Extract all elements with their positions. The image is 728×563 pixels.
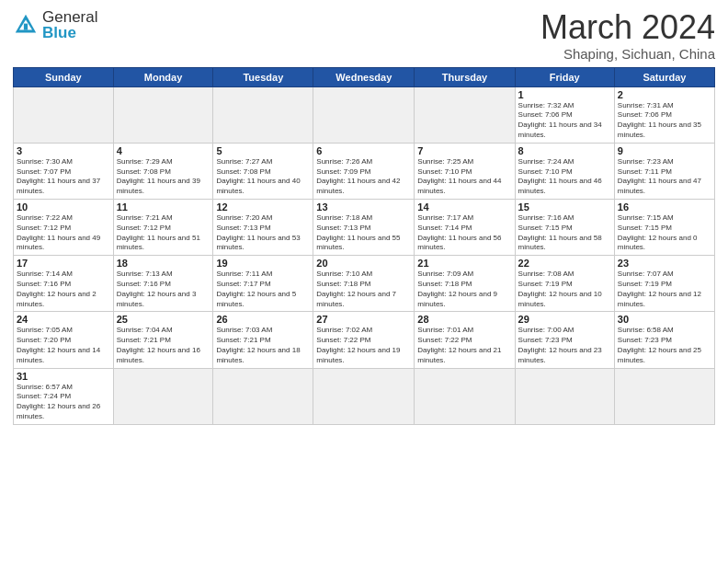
table-row: 27Sunrise: 7:02 AM Sunset: 7:22 PM Dayli… — [313, 312, 415, 368]
table-row — [213, 368, 313, 424]
table-row — [614, 368, 714, 424]
logo: General Blue — [13, 9, 97, 40]
table-row: 14Sunrise: 7:17 AM Sunset: 7:14 PM Dayli… — [415, 199, 515, 255]
col-friday: Friday — [515, 67, 614, 86]
table-row — [515, 368, 614, 424]
table-row: 10Sunrise: 7:22 AM Sunset: 7:12 PM Dayli… — [14, 199, 114, 255]
logo-text: General Blue — [42, 9, 97, 40]
col-sunday: Sunday — [14, 67, 114, 86]
table-row: 23Sunrise: 7:07 AM Sunset: 7:19 PM Dayli… — [614, 256, 714, 312]
table-row: 26Sunrise: 7:03 AM Sunset: 7:21 PM Dayli… — [213, 312, 313, 368]
header: General Blue March 2024 Shaping, Sichuan… — [13, 9, 715, 62]
table-row: 30Sunrise: 6:58 AM Sunset: 7:23 PM Dayli… — [614, 312, 714, 368]
logo-icon — [13, 12, 39, 38]
col-monday: Monday — [113, 67, 213, 86]
calendar-header-row: Sunday Monday Tuesday Wednesday Thursday… — [14, 67, 715, 86]
table-row: 6Sunrise: 7:26 AM Sunset: 7:09 PM Daylig… — [313, 143, 415, 199]
table-row: 29Sunrise: 7:00 AM Sunset: 7:23 PM Dayli… — [515, 312, 614, 368]
title-location: Shaping, Sichuan, China — [540, 46, 715, 62]
col-thursday: Thursday — [415, 67, 515, 86]
table-row: 3Sunrise: 7:30 AM Sunset: 7:07 PM Daylig… — [14, 143, 114, 199]
table-row: 25Sunrise: 7:04 AM Sunset: 7:21 PM Dayli… — [113, 312, 213, 368]
table-row: 22Sunrise: 7:08 AM Sunset: 7:19 PM Dayli… — [515, 256, 614, 312]
table-row: 5Sunrise: 7:27 AM Sunset: 7:08 PM Daylig… — [213, 143, 313, 199]
table-row — [313, 368, 415, 424]
table-row: 4Sunrise: 7:29 AM Sunset: 7:08 PM Daylig… — [113, 143, 213, 199]
col-wednesday: Wednesday — [313, 67, 415, 86]
table-row: 12Sunrise: 7:20 AM Sunset: 7:13 PM Dayli… — [213, 199, 313, 255]
col-tuesday: Tuesday — [213, 67, 313, 86]
svg-rect-2 — [24, 24, 28, 30]
table-row: 31Sunrise: 6:57 AM Sunset: 7:24 PM Dayli… — [14, 368, 114, 424]
table-row: 1Sunrise: 7:32 AM Sunset: 7:06 PM Daylig… — [515, 86, 614, 143]
title-block: March 2024 Shaping, Sichuan, China — [540, 9, 715, 62]
table-row: 28Sunrise: 7:01 AM Sunset: 7:22 PM Dayli… — [415, 312, 515, 368]
table-row: 24Sunrise: 7:05 AM Sunset: 7:20 PM Dayli… — [14, 312, 114, 368]
table-row — [113, 368, 213, 424]
calendar-table: Sunday Monday Tuesday Wednesday Thursday… — [13, 67, 715, 425]
col-saturday: Saturday — [614, 67, 714, 86]
page: General Blue March 2024 Shaping, Sichuan… — [0, 0, 728, 563]
table-row — [415, 86, 515, 143]
table-row: 21Sunrise: 7:09 AM Sunset: 7:18 PM Dayli… — [415, 256, 515, 312]
table-row: 13Sunrise: 7:18 AM Sunset: 7:13 PM Dayli… — [313, 199, 415, 255]
table-row — [313, 86, 415, 143]
table-row: 18Sunrise: 7:13 AM Sunset: 7:16 PM Dayli… — [113, 256, 213, 312]
table-row: 11Sunrise: 7:21 AM Sunset: 7:12 PM Dayli… — [113, 199, 213, 255]
table-row: 9Sunrise: 7:23 AM Sunset: 7:11 PM Daylig… — [614, 143, 714, 199]
table-row — [113, 86, 213, 143]
table-row: 7Sunrise: 7:25 AM Sunset: 7:10 PM Daylig… — [415, 143, 515, 199]
table-row: 17Sunrise: 7:14 AM Sunset: 7:16 PM Dayli… — [14, 256, 114, 312]
table-row — [415, 368, 515, 424]
table-row — [213, 86, 313, 143]
table-row: 20Sunrise: 7:10 AM Sunset: 7:18 PM Dayli… — [313, 256, 415, 312]
logo-general: General — [42, 9, 97, 25]
table-row: 8Sunrise: 7:24 AM Sunset: 7:10 PM Daylig… — [515, 143, 614, 199]
table-row — [14, 86, 114, 143]
title-month: March 2024 — [540, 9, 715, 46]
table-row: 16Sunrise: 7:15 AM Sunset: 7:15 PM Dayli… — [614, 199, 714, 255]
table-row: 19Sunrise: 7:11 AM Sunset: 7:17 PM Dayli… — [213, 256, 313, 312]
table-row: 2Sunrise: 7:31 AM Sunset: 7:06 PM Daylig… — [614, 86, 714, 143]
table-row: 15Sunrise: 7:16 AM Sunset: 7:15 PM Dayli… — [515, 199, 614, 255]
logo-blue: Blue — [42, 25, 97, 40]
